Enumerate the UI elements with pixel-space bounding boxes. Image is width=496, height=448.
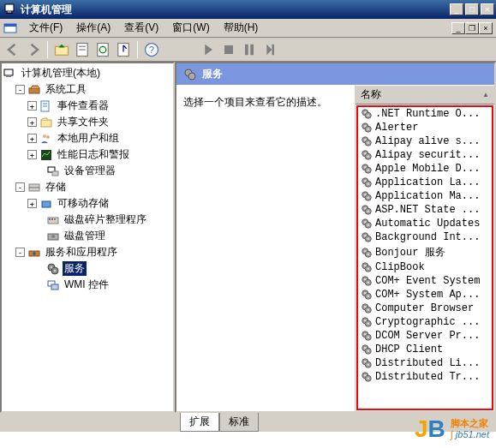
mdi-close-button[interactable]: × — [479, 22, 493, 34]
service-row[interactable]: Distributed Li... — [358, 356, 492, 370]
maximize-button[interactable]: □ — [465, 3, 479, 15]
sort-asc-icon: ▲ — [482, 91, 489, 99]
svg-point-43 — [51, 266, 53, 268]
menu-action[interactable]: 操作(A) — [69, 19, 117, 37]
svg-rect-5 — [56, 46, 69, 55]
service-row[interactable]: DCOM Server Pr... — [358, 329, 492, 343]
gear-icon — [361, 135, 373, 147]
tree-perf-logs[interactable]: +性能日志和警报 — [3, 146, 171, 163]
svg-point-38 — [51, 235, 55, 238]
service-row[interactable]: Apple Mobile D... — [358, 162, 492, 176]
tree-label: 性能日志和警报 — [56, 147, 131, 162]
refresh-button[interactable] — [93, 40, 112, 59]
stop-button[interactable] — [219, 40, 238, 59]
pause-button[interactable] — [240, 40, 259, 59]
service-row[interactable]: Bonjour 服务 — [358, 244, 492, 260]
svg-point-112 — [367, 322, 369, 325]
service-row[interactable]: Distributed Tr... — [358, 370, 492, 384]
tree-label: 可移动存储 — [56, 196, 111, 211]
tree-defrag[interactable]: 磁盘碎片整理程序 — [3, 212, 171, 228]
tree-disk-mgmt[interactable]: 磁盘管理 — [3, 228, 171, 244]
svg-rect-31 — [29, 188, 39, 191]
svg-rect-34 — [49, 218, 51, 220]
expand-icon[interactable]: + — [27, 150, 37, 159]
service-row[interactable]: Alerter — [358, 121, 492, 134]
svg-rect-15 — [245, 44, 248, 55]
tree-root[interactable]: 计算机管理(本地) — [3, 65, 171, 81]
service-row[interactable]: COM+ Event System — [358, 274, 492, 288]
menu-help[interactable]: 帮助(H) — [217, 19, 266, 37]
service-row[interactable]: ASP.NET State ... — [358, 203, 492, 217]
collapse-icon[interactable]: - — [15, 85, 25, 94]
svg-rect-24 — [41, 120, 51, 127]
svg-point-95 — [364, 265, 367, 267]
svg-point-92 — [367, 253, 369, 255]
up-button[interactable] — [52, 40, 71, 59]
properties-button[interactable] — [73, 40, 92, 59]
svg-rect-2 — [6, 13, 13, 14]
help-button[interactable]: ? — [142, 40, 161, 59]
restart-button[interactable] — [260, 40, 279, 59]
service-row[interactable]: Background Int... — [358, 230, 492, 244]
list-body[interactable]: .NET Runtime O...AlerterAlipay alive s..… — [356, 105, 493, 410]
service-name: ClipBook — [375, 261, 425, 273]
service-row[interactable]: .NET Runtime O... — [358, 107, 492, 121]
export-button[interactable] — [114, 40, 133, 59]
gear-icon — [361, 343, 373, 355]
svg-point-120 — [367, 349, 369, 352]
svg-rect-0 — [5, 4, 14, 11]
svg-point-55 — [364, 125, 367, 128]
tab-extended[interactable]: 扩展 — [180, 413, 219, 432]
tree-pane[interactable]: 计算机管理(本地) -系统工具 +事件查看器 +共享文件夹 +本地用户和组 +性… — [0, 62, 175, 413]
service-row[interactable]: Computer Browser — [358, 302, 492, 315]
collapse-icon[interactable]: - — [15, 248, 25, 257]
menu-file[interactable]: 文件(F) — [22, 19, 69, 37]
expand-icon[interactable]: + — [27, 134, 37, 143]
menu-window[interactable]: 窗口(W) — [165, 19, 216, 37]
svg-point-104 — [367, 295, 369, 297]
expand-icon[interactable]: + — [27, 101, 37, 111]
mdi-minimize-button[interactable]: _ — [451, 22, 465, 34]
column-header-name[interactable]: 名称 ▲ — [356, 85, 494, 105]
tree-system-tools[interactable]: -系统工具 — [3, 81, 171, 98]
service-row[interactable]: Cryptographic ... — [358, 315, 492, 329]
service-name: Background Int... — [375, 231, 480, 243]
expand-icon[interactable]: + — [27, 117, 37, 127]
tree-storage[interactable]: -存储 — [3, 179, 171, 195]
close-button[interactable]: × — [481, 3, 494, 15]
collapse-icon[interactable]: - — [15, 182, 25, 192]
service-row[interactable]: Alipay alive s... — [358, 134, 492, 148]
tab-standard[interactable]: 标准 — [219, 413, 259, 432]
svg-point-79 — [364, 207, 367, 210]
description-column: 选择一个项目来查看它的描述。 — [176, 85, 355, 411]
service-row[interactable]: Application Ma... — [358, 189, 492, 203]
tree-wmi[interactable]: WMI 控件 — [3, 277, 171, 293]
tree-event-viewer[interactable]: +事件查看器 — [3, 98, 171, 114]
forward-button[interactable] — [24, 40, 43, 59]
svg-rect-18 — [4, 69, 13, 75]
menu-view[interactable]: 查看(V) — [117, 19, 165, 37]
service-name: DCOM Server Pr... — [375, 330, 480, 342]
minimize-button[interactable]: _ — [450, 3, 463, 15]
tree-local-users[interactable]: +本地用户和组 — [3, 130, 171, 146]
tree-services[interactable]: 服务 — [3, 260, 171, 277]
service-row[interactable]: DHCP Client — [358, 343, 492, 356]
titlebar: 计算机管理 _ □ × — [0, 0, 496, 19]
tree-device-mgr[interactable]: 设备管理器 — [3, 163, 171, 179]
play-button[interactable] — [199, 40, 218, 59]
service-row[interactable]: Automatic Updates — [358, 217, 492, 230]
mdi-restore-button[interactable]: ❐ — [465, 22, 479, 34]
svg-rect-19 — [6, 75, 11, 77]
back-button[interactable] — [3, 40, 22, 59]
svg-point-116 — [367, 336, 369, 338]
tree-services-apps[interactable]: -服务和应用程序 — [3, 244, 171, 260]
service-name: Computer Browser — [375, 302, 474, 314]
service-row[interactable]: Alipay securit... — [358, 148, 492, 162]
service-row[interactable]: COM+ System Ap... — [358, 288, 492, 302]
service-row[interactable]: Application La... — [358, 176, 492, 189]
svg-rect-20 — [29, 88, 39, 93]
expand-icon[interactable]: + — [27, 199, 37, 208]
tree-removable[interactable]: +可移动存储 — [3, 195, 171, 212]
service-row[interactable]: ClipBook — [358, 260, 492, 274]
tree-shared-folders[interactable]: +共享文件夹 — [3, 114, 171, 130]
